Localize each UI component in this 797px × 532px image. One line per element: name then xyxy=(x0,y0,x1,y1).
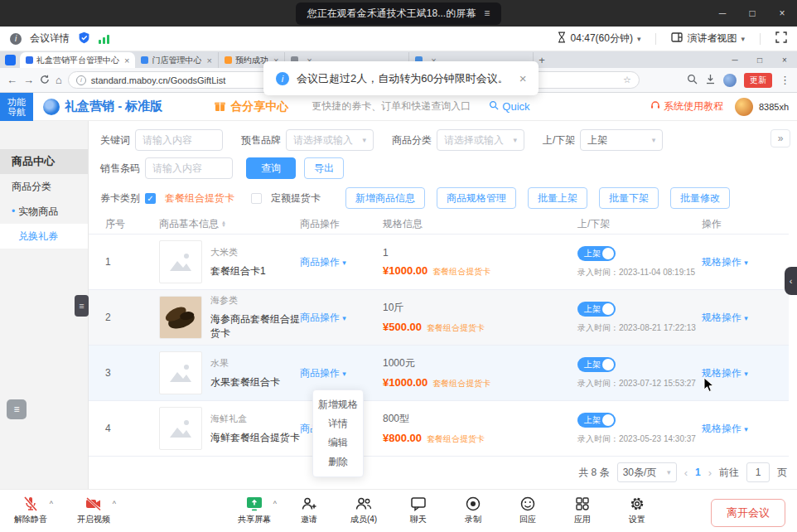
checkbox-label-fixed-card[interactable]: 定额提货卡 xyxy=(271,191,321,206)
shelf-toggle[interactable]: 上架 xyxy=(577,357,616,372)
category-select[interactable]: 请选择或输入 ▾ xyxy=(437,129,524,151)
chevron-up-icon[interactable]: ^ xyxy=(50,500,53,508)
export-button[interactable]: 导出 xyxy=(304,157,344,179)
network-signal-icon[interactable] xyxy=(99,34,109,44)
share-center-link[interactable]: 合分享中心 xyxy=(214,99,288,114)
tab-close-icon[interactable]: × xyxy=(124,56,129,65)
barcode-input[interactable] xyxy=(145,157,233,179)
keyword-input[interactable] xyxy=(135,129,223,151)
back-icon[interactable]: ← xyxy=(7,75,17,85)
sidebar-section-product-center[interactable]: 商品中心 xyxy=(0,149,88,174)
menu-item-detail[interactable]: 详情 xyxy=(313,414,363,433)
product-op-link[interactable]: 商品操作 ▾ xyxy=(300,312,346,323)
product-op-link-open[interactable]: 商品操作 ▾ xyxy=(300,367,346,379)
chat-button[interactable]: 聊天 xyxy=(399,496,437,525)
spec-manage-button[interactable]: 商品规格管理 xyxy=(437,187,516,209)
leave-meeting-button[interactable]: 离开会议 xyxy=(711,499,785,527)
record-button[interactable]: 录制 xyxy=(454,496,492,525)
unmute-button[interactable]: ^ 解除静音 xyxy=(12,496,50,525)
view-mode-selector[interactable]: 演讲者视图 ▾ xyxy=(671,31,745,46)
goto-page-input[interactable] xyxy=(746,462,770,482)
search-icon[interactable] xyxy=(687,73,698,88)
batch-off-shelf-button[interactable]: 批量下架 xyxy=(599,187,659,209)
sort-icon[interactable]: ▲▼ xyxy=(221,220,226,227)
tutorial-link[interactable]: 系统使用教程 xyxy=(650,99,723,114)
download-icon[interactable] xyxy=(705,73,716,88)
bookmark-star-icon[interactable]: ☆ xyxy=(623,75,631,85)
meeting-timer[interactable]: 04:47(60分钟) ▾ xyxy=(557,31,641,46)
shelf-toggle[interactable]: 上架 xyxy=(577,246,616,261)
page-number-current[interactable]: 1 xyxy=(695,467,701,478)
refresh-icon[interactable] xyxy=(40,75,50,86)
fullscreen-icon[interactable] xyxy=(775,31,787,46)
browser-maximize-button[interactable]: □ xyxy=(747,56,772,65)
share-list-icon[interactable]: ≡ xyxy=(484,7,490,19)
shelf-select[interactable]: 上架 ▾ xyxy=(580,129,663,151)
browser-minimize-button[interactable]: ─ xyxy=(722,56,747,65)
security-shield-icon[interactable] xyxy=(78,31,90,46)
browser-tab-active[interactable]: 礼盒营销平台管理中心 × xyxy=(20,52,135,68)
settings-button[interactable]: 设置 xyxy=(618,496,656,525)
checkbox-checked[interactable]: ✓ xyxy=(145,193,156,204)
spec-op-link[interactable]: 规格操作 ▾ xyxy=(702,312,748,323)
menu-item-add-spec[interactable]: 新增规格 xyxy=(313,395,363,414)
members-button[interactable]: 成员(4) xyxy=(345,496,383,525)
tab-close-icon[interactable]: × xyxy=(206,56,211,65)
page-size-select[interactable]: 30条/页 ▾ xyxy=(617,462,677,482)
browser-logo-icon[interactable] xyxy=(5,55,16,65)
invite-button[interactable]: 邀请 xyxy=(290,496,328,525)
new-tab-button[interactable]: + xyxy=(539,54,545,66)
browser-tab[interactable]: 门店管理中心 × xyxy=(135,52,218,68)
maximize-button[interactable]: □ xyxy=(737,0,767,27)
tool-label: 共享屏幕 xyxy=(238,514,271,525)
sidebar-item-product-category[interactable]: 商品分类 xyxy=(0,174,88,199)
minimize-button[interactable]: ─ xyxy=(708,0,737,27)
header-shelf: 上/下架 xyxy=(577,217,702,231)
quick-search-link[interactable]: Quick xyxy=(489,100,529,113)
browser-profile-avatar[interactable] xyxy=(723,74,737,87)
function-nav-button[interactable]: 功能导航 xyxy=(0,93,33,121)
add-product-button[interactable]: 新增商品信息 xyxy=(345,187,425,209)
shelf-toggle[interactable]: 上架 xyxy=(577,302,616,317)
forward-icon[interactable]: → xyxy=(23,75,34,85)
collapse-filters-button[interactable]: » xyxy=(770,129,790,148)
batch-on-shelf-button[interactable]: 批量上架 xyxy=(528,187,587,209)
apps-button[interactable]: 应用 xyxy=(563,496,601,525)
user-avatar[interactable] xyxy=(735,98,753,116)
browser-close-button[interactable]: × xyxy=(772,56,797,65)
brand[interactable]: 礼盒营销 - 标准版 xyxy=(43,99,162,115)
next-page-button[interactable]: › xyxy=(708,467,712,479)
checkbox-label-combo-card[interactable]: 套餐组合提货卡 xyxy=(165,191,234,206)
sidebar-item-gift-voucher[interactable]: 兑换礼券 xyxy=(0,224,88,249)
start-video-button[interactable]: ^ 开启视频 xyxy=(75,496,113,525)
home-icon[interactable]: ⌂ xyxy=(56,75,62,85)
spec-op-link[interactable]: 规格操作 ▾ xyxy=(702,423,748,434)
chevron-up-icon[interactable]: ^ xyxy=(273,500,277,508)
sidebar-item-physical-goods[interactable]: •实物商品 xyxy=(0,199,88,224)
toast-close-icon[interactable]: × xyxy=(519,71,527,85)
batch-edit-button[interactable]: 批量修改 xyxy=(670,187,730,209)
brand-select[interactable]: 请选择或输入 ▾ xyxy=(286,129,374,151)
menu-item-edit[interactable]: 编辑 xyxy=(313,433,363,452)
meeting-detail-link[interactable]: 会议详情 xyxy=(30,31,70,46)
prev-page-button[interactable]: ‹ xyxy=(684,467,688,479)
close-button[interactable]: × xyxy=(767,0,797,27)
checkbox-unchecked[interactable] xyxy=(251,193,262,204)
floating-list-button[interactable]: ≡ xyxy=(7,399,27,419)
chevron-up-icon[interactable]: ^ xyxy=(113,500,116,508)
product-op-link[interactable]: 商品操作 ▾ xyxy=(300,256,346,268)
menu-item-delete[interactable]: 删除 xyxy=(313,452,363,472)
site-info-icon[interactable]: i xyxy=(76,75,86,85)
panel-collapse-handle[interactable]: ‹ xyxy=(785,267,797,295)
share-screen-button[interactable]: ^ 共享屏幕 xyxy=(235,496,273,525)
timer-icon xyxy=(557,31,567,46)
sidebar-collapse-handle[interactable]: ≡ xyxy=(75,295,89,317)
screen-share-title[interactable]: 您正在观看金禾通技术王斌18...的屏幕 ≡ xyxy=(296,2,501,25)
shelf-toggle[interactable]: 上架 xyxy=(577,413,616,428)
search-button[interactable]: 查询 xyxy=(246,157,296,179)
share-center-label: 合分享中心 xyxy=(230,99,288,114)
more-menu-icon[interactable]: ⋮ xyxy=(780,75,790,85)
react-button[interactable]: 回应 xyxy=(509,496,547,525)
spec-op-link[interactable]: 规格操作 ▾ xyxy=(702,256,748,268)
browser-update-badge[interactable]: 更新 xyxy=(744,73,772,88)
